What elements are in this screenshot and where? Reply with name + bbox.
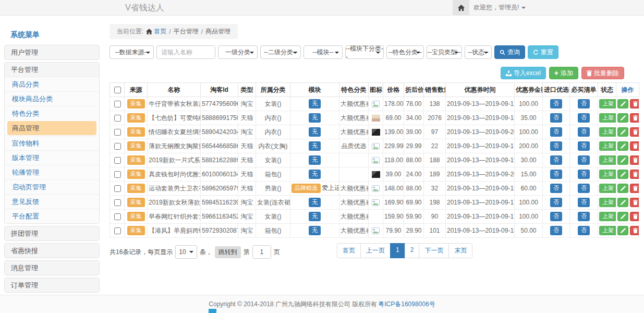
row-checkbox[interactable] bbox=[114, 157, 121, 164]
sidebar-item-3[interactable]: 模块商品分类 bbox=[5, 91, 99, 106]
status-badge[interactable]: 上架 bbox=[599, 198, 616, 207]
jump-button[interactable]: 跳转到 bbox=[215, 246, 241, 258]
next-page-button[interactable]: 下一页 bbox=[419, 243, 449, 258]
must-buy-badge[interactable]: 否 bbox=[578, 184, 590, 192]
edit-button[interactable] bbox=[617, 99, 628, 109]
filter-select-level1-category[interactable]: 一级分类 bbox=[218, 45, 258, 59]
import-select-badge[interactable]: 否 bbox=[550, 212, 562, 221]
filter-select-level2-category[interactable]: --二级分类-- bbox=[260, 45, 301, 59]
status-badge[interactable]: 上架 bbox=[599, 113, 616, 122]
user-menu[interactable]: 欢迎您，管理员! bbox=[473, 0, 526, 15]
delete-button[interactable] bbox=[630, 184, 639, 193]
sidebar-item-9[interactable]: 启动页管理 bbox=[5, 179, 99, 194]
import-select-badge[interactable]: 否 bbox=[550, 127, 562, 136]
import-select-badge[interactable]: 否 bbox=[550, 184, 562, 192]
status-badge[interactable]: 上架 bbox=[599, 212, 616, 221]
row-checkbox[interactable] bbox=[114, 129, 121, 136]
icp-link[interactable]: 粤ICP备16098006号 bbox=[378, 300, 435, 309]
must-buy-badge[interactable]: 否 bbox=[578, 99, 590, 108]
import-select-badge[interactable]: 否 bbox=[550, 99, 562, 108]
filter-select-module-subcategory[interactable]: --模块下分类-- bbox=[345, 45, 384, 59]
sidebar-item-14[interactable]: 消息管理 bbox=[5, 261, 99, 275]
edit-button[interactable] bbox=[617, 170, 628, 179]
edit-button[interactable] bbox=[617, 113, 628, 123]
edit-button[interactable] bbox=[617, 127, 628, 137]
import-select-badge[interactable]: 否 bbox=[550, 113, 562, 122]
filter-select-module[interactable]: --模块-- bbox=[303, 45, 343, 59]
status-badge[interactable]: 上架 bbox=[599, 99, 616, 108]
row-checkbox[interactable] bbox=[114, 213, 121, 220]
import-excel-button[interactable]: 导入excel bbox=[501, 67, 546, 79]
delete-button[interactable] bbox=[630, 212, 639, 221]
select-all-checkbox[interactable] bbox=[114, 87, 121, 93]
batch-delete-button[interactable]: 批量删除 bbox=[581, 67, 624, 79]
first-page-button[interactable]: 首页 bbox=[337, 243, 361, 258]
must-buy-badge[interactable]: 否 bbox=[578, 141, 590, 150]
row-checkbox[interactable] bbox=[114, 101, 121, 107]
sidebar-item-2[interactable]: 商品分类 bbox=[5, 77, 99, 91]
status-badge[interactable]: 上架 bbox=[599, 141, 616, 150]
sidebar-item-11[interactable]: 平台配置 bbox=[5, 209, 99, 223]
delete-button[interactable] bbox=[630, 141, 639, 151]
edit-button[interactable] bbox=[617, 198, 628, 207]
search-button[interactable]: 查询 bbox=[494, 45, 525, 59]
row-checkbox[interactable] bbox=[114, 227, 121, 234]
edit-button[interactable] bbox=[617, 226, 628, 235]
edit-button[interactable] bbox=[617, 184, 628, 193]
sidebar-item-0[interactable]: 用户管理 bbox=[5, 45, 99, 59]
row-checkbox[interactable] bbox=[114, 115, 121, 122]
status-badge[interactable]: 上架 bbox=[599, 127, 616, 136]
edit-button[interactable] bbox=[617, 141, 628, 151]
home-button[interactable] bbox=[453, 0, 469, 15]
status-badge[interactable]: 上架 bbox=[599, 155, 616, 164]
sidebar-item-13[interactable]: 省惠快报 bbox=[5, 244, 99, 258]
delete-button[interactable] bbox=[630, 113, 639, 123]
prev-page-button[interactable]: 上一页 bbox=[360, 243, 391, 258]
delete-button[interactable] bbox=[630, 127, 639, 137]
import-select-badge[interactable]: 否 bbox=[550, 198, 562, 207]
status-badge[interactable]: 上架 bbox=[599, 170, 616, 178]
row-checkbox[interactable] bbox=[114, 143, 121, 150]
status-badge[interactable]: 上架 bbox=[599, 184, 616, 192]
breadcrumb-section[interactable]: 平台管理 bbox=[174, 27, 199, 36]
import-select-badge[interactable]: 否 bbox=[550, 170, 562, 178]
delete-button[interactable] bbox=[630, 170, 639, 179]
filter-select-item-type[interactable]: --宝贝类型-- bbox=[427, 45, 462, 59]
row-checkbox[interactable] bbox=[114, 185, 121, 192]
sidebar-item-8[interactable]: 轮播管理 bbox=[5, 165, 99, 179]
filter-select-data-source[interactable]: --数据来源-- bbox=[110, 45, 154, 59]
must-buy-badge[interactable]: 否 bbox=[578, 155, 590, 164]
sidebar-item-12[interactable]: 拼团管理 bbox=[5, 226, 99, 240]
sidebar-item-15[interactable]: 订单管理 bbox=[5, 278, 99, 292]
row-checkbox[interactable] bbox=[114, 171, 121, 178]
page-1-button[interactable]: 1 bbox=[390, 243, 405, 258]
row-checkbox[interactable] bbox=[114, 199, 121, 206]
edit-button[interactable] bbox=[617, 212, 628, 221]
must-buy-badge[interactable]: 否 bbox=[578, 127, 590, 136]
sidebar-item-7[interactable]: 版本管理 bbox=[5, 150, 99, 165]
sidebar-item-6[interactable]: 宣传物料 bbox=[5, 136, 99, 150]
must-buy-badge[interactable]: 否 bbox=[578, 212, 590, 221]
delete-button[interactable] bbox=[630, 226, 639, 235]
must-buy-badge[interactable]: 否 bbox=[578, 170, 590, 178]
status-badge[interactable]: 上架 bbox=[599, 226, 616, 235]
delete-button[interactable] bbox=[630, 155, 639, 165]
must-buy-badge[interactable]: 否 bbox=[578, 113, 590, 122]
must-buy-badge[interactable]: 否 bbox=[578, 198, 590, 207]
sidebar-item-10[interactable]: 意见反馈 bbox=[5, 194, 99, 209]
page-size-select[interactable]: 10 bbox=[175, 245, 197, 259]
filter-select-status[interactable]: --状态-- bbox=[465, 45, 492, 59]
reset-button[interactable]: 重置 bbox=[528, 45, 558, 59]
sidebar-item-4[interactable]: 特色分类 bbox=[5, 106, 99, 121]
import-select-badge[interactable]: 否 bbox=[550, 155, 562, 164]
search-input[interactable] bbox=[156, 45, 215, 59]
sidebar-item-5[interactable]: 商品管理 bbox=[7, 121, 96, 135]
edit-button[interactable] bbox=[617, 155, 628, 165]
last-page-button[interactable]: 末页 bbox=[448, 243, 472, 258]
import-select-badge[interactable]: 否 bbox=[550, 141, 562, 150]
import-select-badge[interactable]: 否 bbox=[550, 226, 562, 235]
page-2-button[interactable]: 2 bbox=[405, 243, 420, 258]
add-button[interactable]: + 添加 bbox=[549, 67, 578, 79]
filter-select-feature-category[interactable]: --特色分类-- bbox=[386, 45, 424, 59]
breadcrumb-home-link[interactable]: 首页 bbox=[146, 27, 166, 36]
